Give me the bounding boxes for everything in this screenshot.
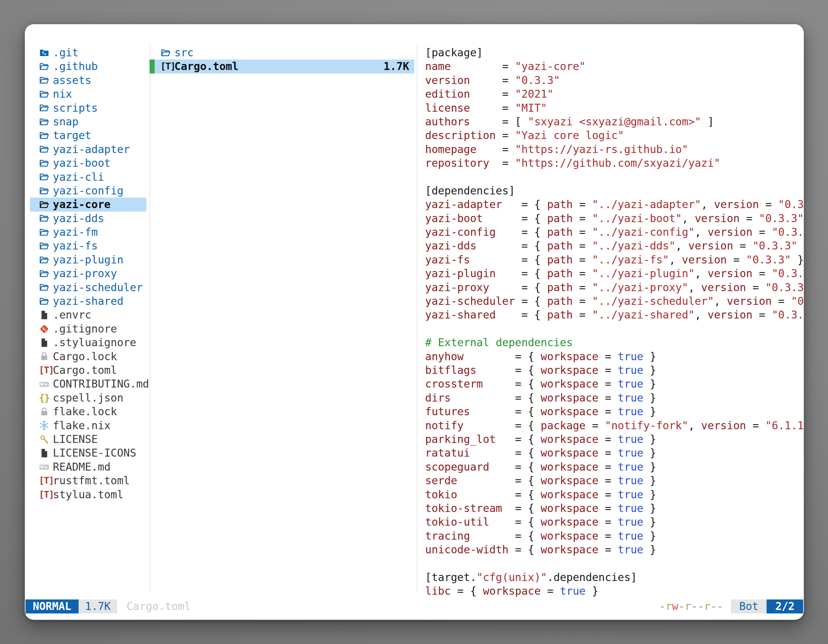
file-row-rustfmt.toml[interactable]: [T]rustfmt.toml bbox=[30, 474, 146, 487]
dir-row-yazi-shared[interactable]: yazi-shared bbox=[30, 294, 146, 308]
json-icon: {} bbox=[39, 391, 50, 405]
lock-icon bbox=[39, 351, 50, 362]
markdown-icon bbox=[39, 461, 50, 472]
file-row-Cargo.toml[interactable]: [T]Cargo.toml bbox=[30, 364, 146, 377]
entry-name: .envrc bbox=[53, 308, 91, 322]
preview-code-line: yazi-shared = { path = "../yazi-shared",… bbox=[425, 308, 804, 322]
file-row-.envrc[interactable]: .envrc bbox=[30, 308, 146, 322]
entry-name: target bbox=[53, 128, 91, 142]
folder-icon bbox=[39, 255, 50, 265]
toml-icon: [T] bbox=[39, 474, 50, 487]
dir-row-yazi-fm[interactable]: yazi-fm bbox=[30, 225, 146, 239]
dir-row-snap[interactable]: snap bbox=[30, 115, 146, 128]
toml-icon: [T] bbox=[39, 364, 50, 377]
file-row-LICENSE-ICONS[interactable]: LICENSE-ICONS bbox=[30, 446, 146, 460]
preview-code-line: name = "yazi-core" bbox=[425, 60, 804, 73]
file-size-indicator: 1.7K bbox=[78, 599, 117, 613]
preview-code-line: crossterm = { workspace = true } bbox=[425, 377, 804, 391]
entry-name: yazi-scheduler bbox=[53, 280, 143, 294]
entry-name: snap bbox=[53, 115, 78, 128]
preview-code-line: parking_lot = { workspace = true } bbox=[425, 432, 804, 446]
dir-row-yazi-plugin[interactable]: yazi-plugin bbox=[30, 253, 146, 266]
dir-row-.github[interactable]: .github bbox=[30, 60, 146, 73]
folder-icon bbox=[39, 268, 50, 279]
dir-row-yazi-proxy[interactable]: yazi-proxy bbox=[30, 266, 146, 280]
entry-name: Cargo.toml bbox=[174, 60, 239, 73]
file-row-.styluaignore[interactable]: .styluaignore bbox=[30, 336, 146, 349]
dir-row-yazi-dds[interactable]: yazi-dds bbox=[30, 212, 146, 225]
entry-name: assets bbox=[53, 74, 91, 87]
yazi-window: .git.githubassetsnixscriptssnaptargetyaz… bbox=[25, 24, 804, 620]
current-directory-pane[interactable]: src[T]Cargo.toml1.7K bbox=[149, 46, 414, 74]
entry-name: yazi-dds bbox=[53, 212, 104, 225]
parent-directory-pane[interactable]: .git.githubassetsnixscriptssnaptargetyaz… bbox=[30, 46, 146, 501]
scroll-position-label: Bot bbox=[739, 599, 759, 613]
dir-row-assets[interactable]: assets bbox=[30, 74, 146, 87]
folder-icon bbox=[39, 130, 50, 141]
file-row-stylua.toml[interactable]: [T]stylua.toml bbox=[30, 488, 146, 501]
lock-icon bbox=[39, 406, 50, 417]
preview-code-line: tokio-util = { workspace = true } bbox=[425, 515, 804, 529]
dir-row-.git[interactable]: .git bbox=[30, 46, 146, 60]
mode-label: NORMAL bbox=[33, 599, 71, 613]
entry-name: Cargo.lock bbox=[53, 350, 117, 364]
dir-row-src[interactable]: src bbox=[149, 46, 414, 60]
preview-code-line: libc = { workspace = true } bbox=[425, 584, 804, 598]
preview-code-line: unicode-width = { workspace = true } bbox=[425, 543, 804, 556]
entry-name: yazi-adapter bbox=[53, 143, 130, 156]
entry-name: flake.nix bbox=[53, 419, 111, 432]
preview-code-line: yazi-proxy = { path = "../yazi-proxy", v… bbox=[425, 280, 804, 294]
file-preview-pane[interactable]: [package]name = "yazi-core"version = "0.… bbox=[425, 46, 804, 598]
preview-code-line: [dependencies] bbox=[425, 184, 804, 197]
entry-name: scripts bbox=[53, 101, 98, 115]
dir-row-scripts[interactable]: scripts bbox=[30, 101, 146, 115]
desktop-background: { "colors":{ "accent_blue":"#0f63ae","se… bbox=[0, 0, 828, 644]
entry-name: README.md bbox=[53, 460, 111, 474]
toml-icon: [T] bbox=[39, 488, 50, 501]
preview-code-line bbox=[425, 322, 804, 336]
file-icon bbox=[39, 448, 50, 459]
entry-name: rustfmt.toml bbox=[53, 474, 130, 487]
preview-code-line: edition = "2021" bbox=[425, 87, 804, 101]
entry-name: cspell.json bbox=[53, 391, 124, 405]
file-row-LICENSE[interactable]: LICENSE bbox=[30, 432, 146, 446]
preview-code-line: futures = { workspace = true } bbox=[425, 405, 804, 418]
markdown-icon bbox=[39, 379, 50, 389]
entry-name: LICENSE bbox=[53, 432, 98, 446]
file-row-README.md[interactable]: README.md bbox=[30, 460, 146, 474]
dir-row-yazi-config[interactable]: yazi-config bbox=[30, 184, 146, 197]
file-row-CONTRIBUTING.md[interactable]: CONTRIBUTING.md bbox=[30, 377, 146, 391]
dir-row-yazi-cli[interactable]: yazi-cli bbox=[30, 170, 146, 184]
entry-name: yazi-proxy bbox=[53, 266, 117, 280]
entry-name: .git bbox=[53, 46, 78, 60]
dir-row-yazi-scheduler[interactable]: yazi-scheduler bbox=[30, 280, 146, 294]
file-row-flake.nix[interactable]: flake.nix bbox=[30, 419, 146, 432]
folder-icon bbox=[39, 158, 50, 169]
preview-code-line: tracing = { workspace = true } bbox=[425, 529, 804, 543]
file-row-flake.lock[interactable]: flake.lock bbox=[30, 405, 146, 418]
entry-size: 1.7K bbox=[383, 60, 409, 73]
preview-code-line: yazi-plugin = { path = "../yazi-plugin",… bbox=[425, 266, 804, 280]
dir-row-yazi-fs[interactable]: yazi-fs bbox=[30, 239, 146, 253]
selected-row-marker bbox=[149, 60, 155, 73]
dir-row-nix[interactable]: nix bbox=[30, 87, 146, 101]
entry-name: yazi-config bbox=[53, 184, 124, 197]
file-row-Cargo.lock[interactable]: Cargo.lock bbox=[30, 350, 146, 364]
file-row-.gitignore[interactable]: .gitignore bbox=[30, 322, 146, 336]
file-row-cspell.json[interactable]: {}cspell.json bbox=[30, 391, 146, 405]
dir-row-yazi-boot[interactable]: yazi-boot bbox=[30, 156, 146, 170]
entry-name: yazi-fm bbox=[53, 225, 98, 239]
entry-name: src bbox=[174, 46, 194, 60]
folder-icon bbox=[39, 199, 50, 210]
dir-row-target[interactable]: target bbox=[30, 128, 146, 142]
dir-row-yazi-core[interactable]: yazi-core bbox=[30, 197, 146, 211]
dir-row-yazi-adapter[interactable]: yazi-adapter bbox=[30, 143, 146, 156]
folder-icon bbox=[39, 296, 50, 307]
preview-code-line: [target."cfg(unix)".dependencies] bbox=[425, 570, 804, 584]
file-row-Cargo.toml[interactable]: [T]Cargo.toml1.7K bbox=[149, 60, 414, 73]
folder-icon bbox=[39, 241, 50, 251]
file-size-label: 1.7K bbox=[85, 599, 111, 613]
folder-icon bbox=[39, 171, 50, 182]
preview-code-line: description = "Yazi core logic" bbox=[425, 128, 804, 142]
entry-name: .gitignore bbox=[53, 322, 117, 336]
